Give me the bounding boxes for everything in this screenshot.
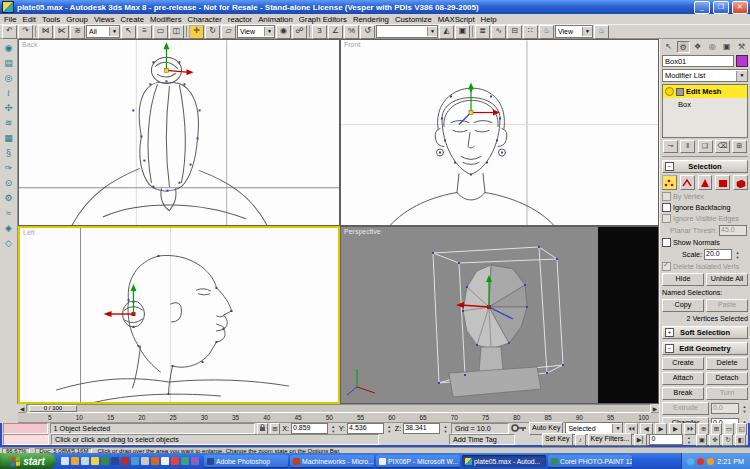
start-button[interactable]: start [0,453,56,469]
reactor-hinge-icon[interactable]: ✑ [2,162,16,175]
undo-icon[interactable]: ↶ [2,25,17,39]
unhide-all-button[interactable]: Unhide All [706,273,748,286]
close-button[interactable]: ✕ [732,1,748,14]
go-to-end-icon[interactable]: ⏵⏵ [684,423,697,435]
material-editor-icon[interactable]: ∷ [523,25,538,39]
spinner-icon[interactable]: ▲▼ [386,424,393,434]
select-and-manipulate-icon[interactable]: ☍ [292,25,307,39]
quicklaunch-icon[interactable] [101,457,109,465]
make-unique-icon[interactable]: ❏ [698,140,713,153]
selection-rollout-header[interactable]: − Selection [662,160,748,173]
maximize-button[interactable]: ❐ [713,1,729,14]
quicklaunch-icon[interactable] [111,457,119,465]
polygon-mode-icon[interactable] [715,175,730,190]
spinner-icon[interactable]: ▲▼ [685,435,692,445]
percent-snap-icon[interactable]: % [344,25,359,39]
reactor-soft-body-icon[interactable]: ◎ [2,72,16,85]
spinner-icon[interactable]: ▲▼ [741,404,748,414]
menu-group[interactable]: Group [66,15,88,24]
menu-views[interactable]: Views [94,15,115,24]
reactor-toy-car-icon[interactable]: ◈ [2,222,16,235]
maxscript-mini-listener[interactable] [3,434,49,445]
select-object-icon[interactable]: ↖ [121,25,136,39]
reference-coordinate-dropdown[interactable]: View▼ [237,25,275,38]
attach-button[interactable]: Attach [662,372,704,385]
viewport-back[interactable]: Back [18,39,340,226]
spinner-snap-icon[interactable]: ↺ [360,25,375,39]
align-icon[interactable]: ▣ [455,25,470,39]
object-name-field[interactable]: Box01 [662,55,734,67]
min-max-toggle-icon[interactable]: ◧ [735,434,746,446]
x-coordinate-field[interactable]: 0.859 [291,423,328,434]
render-type-dropdown[interactable]: View▼ [555,25,593,38]
window-crossing-icon[interactable]: ◫ [169,25,184,39]
viewport-label[interactable]: Back [22,41,38,48]
ignore-backfacing-checkbox[interactable] [662,203,671,212]
mirror-icon[interactable]: ◭ [439,25,454,39]
normals-scale-field[interactable]: 20.0 [704,249,732,260]
show-end-result-icon[interactable]: ‖ [680,140,695,153]
taskbar-task-machineworks[interactable]: Machineworks - Micro... [290,455,374,467]
quicklaunch-icon[interactable] [131,457,139,465]
snap-toggle-icon[interactable]: 3 [312,25,327,39]
add-time-tag[interactable]: Add Time Tag [449,434,515,445]
menu-modifiers[interactable]: Modifiers [150,15,182,24]
new-key-icon[interactable]: ♪ [575,434,586,446]
quicklaunch-icon[interactable] [91,457,99,465]
hide-button[interactable]: Hide [662,273,704,286]
soft-selection-rollout-header[interactable]: + Soft Selection [662,326,748,339]
taskbar-task-corel[interactable]: Corel PHOTO-PAINT 12 [548,455,632,467]
copy-button[interactable]: Copy [662,299,704,312]
menu-create[interactable]: Create [121,15,144,24]
quicklaunch-icon[interactable] [121,457,129,465]
menu-graph-editors[interactable]: Graph Editors [299,15,347,24]
stack-item-edit-mesh[interactable]: Edit Mesh [663,85,747,98]
menu-help[interactable]: Help [481,15,497,24]
quicklaunch-icon[interactable] [171,457,179,465]
render-scene-icon[interactable]: ♨ [539,25,554,39]
create-button[interactable]: Create [662,357,704,370]
z-coordinate-field[interactable]: 38.341 [403,423,440,434]
menu-file[interactable]: File [4,15,17,24]
selection-lock-icon[interactable] [257,423,268,435]
break-button[interactable]: Break [662,387,704,400]
spinner-icon[interactable]: ▲▼ [330,424,337,434]
quicklaunch-icon[interactable] [61,457,69,465]
named-selection-sets-dropdown[interactable]: ▼ [376,25,438,38]
curve-editor-icon[interactable]: ∿ [491,25,506,39]
reactor-collection-icon[interactable]: ▦ [2,132,16,145]
key-filters-button[interactable]: Key Filters... [588,433,633,446]
modify-tab[interactable]: ⚙ [677,41,690,53]
quicklaunch-icon[interactable] [161,457,169,465]
next-frame-icon[interactable]: ▶ [651,405,659,412]
pan-icon[interactable]: ✥ [709,434,720,446]
menu-reactor[interactable]: reactor [228,15,252,24]
clock[interactable]: 2:21 PM [717,457,744,466]
y-coordinate-field[interactable]: 4.536 [347,423,384,434]
menu-customize[interactable]: Customize [395,15,432,24]
select-by-name-icon[interactable]: ≡ [137,25,152,39]
quicklaunch-icon[interactable] [141,457,149,465]
time-slider-track[interactable]: 0 / 100 [26,404,651,413]
set-key-button[interactable]: Set Key [542,433,573,446]
menu-character[interactable]: Character [188,15,222,24]
use-center-icon[interactable]: ◉ [276,25,291,39]
configure-modifier-sets-icon[interactable]: ⊞ [732,140,747,153]
delete-button[interactable]: Delete [706,357,748,370]
tray-icon[interactable] [707,458,714,465]
redo-icon[interactable]: ↷ [18,25,33,39]
edge-mode-icon[interactable] [680,175,695,190]
select-and-move-icon[interactable]: ✛ [189,25,204,39]
stack-item-box[interactable]: Box [663,98,747,111]
display-tab[interactable]: ▣ [720,41,733,53]
angle-snap-icon[interactable]: ∠ [328,25,343,39]
viewport-left[interactable]: Left [18,226,340,404]
viewport-label[interactable]: Left [23,229,35,236]
reactor-motor-icon[interactable]: ⚙ [2,192,16,205]
select-and-link-icon[interactable]: ⋈ [38,25,53,39]
select-and-scale-icon[interactable]: ▱ [221,25,236,39]
unlink-selection-icon[interactable]: ⋉ [54,25,69,39]
reactor-spring-icon[interactable]: § [2,147,16,160]
menu-tools[interactable]: Tools [42,15,60,24]
pin-stack-icon[interactable]: ⊸ [663,140,678,153]
